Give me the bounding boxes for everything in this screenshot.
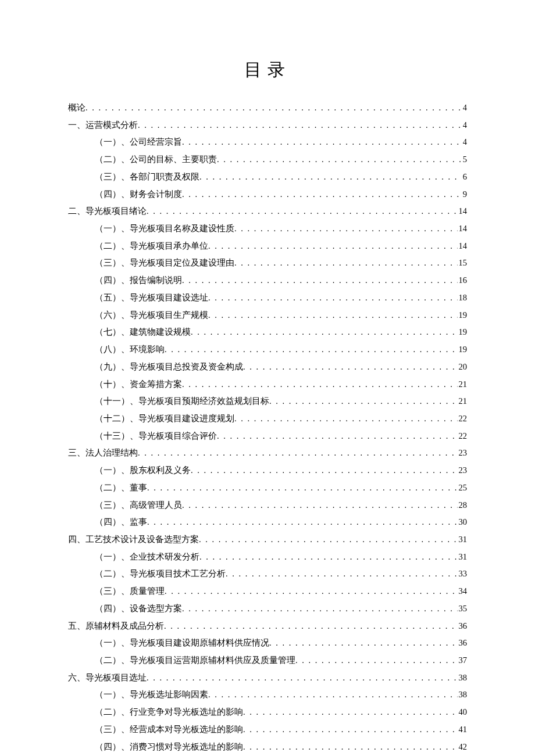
- toc-entry: （一）、导光板选址影响因素38: [68, 686, 467, 704]
- toc-entry-label: （三）、导光板项目定位及建设理由: [95, 255, 234, 272]
- toc-entry: （十三）、导光板项目综合评价22: [68, 428, 467, 445]
- toc-entry-page: 34: [458, 583, 468, 600]
- toc-entry: （四）、消费习惯对导光板选址的影响42: [68, 739, 467, 756]
- toc-entry: （二）、导光板项目承办单位14: [68, 238, 467, 255]
- toc-leader-dots: [165, 341, 458, 359]
- toc-entry-label: 四、工艺技术设计及设备选型方案: [68, 531, 199, 549]
- toc-entry-page: 36: [458, 635, 468, 652]
- toc-entry-label: （十一）、导光板项目预期经济效益规划目标: [95, 393, 269, 410]
- toc-entry-page: 19: [458, 324, 468, 341]
- toc-leader-dots: [85, 99, 462, 117]
- toc-entry: （八）、环境影响19: [68, 341, 467, 359]
- toc-entry-label: （十二）、导光板项目建设进度规划: [95, 410, 234, 428]
- toc-entry-label: （一）、企业技术研发分析: [95, 549, 199, 566]
- toc-entry-page: 42: [458, 739, 468, 756]
- toc-entry: （一）、导光板项目建设期原辅材料供应情况36: [68, 635, 467, 652]
- toc-leader-dots: [182, 272, 458, 289]
- toc-entry-label: （二）、导光板项目运营期原辅材料供应及质量管理: [95, 652, 295, 669]
- toc-leader-dots: [226, 565, 458, 583]
- toc-entry-page: 19: [458, 307, 468, 324]
- toc-entry-page: 36: [458, 618, 468, 635]
- toc-entry: （四）、报告编制说明16: [68, 272, 467, 289]
- toc-entry-label: （八）、环境影响: [95, 341, 165, 359]
- toc-leader-dots: [243, 739, 458, 756]
- toc-entry-label: （三）、各部门职责及权限: [95, 169, 199, 186]
- toc-entry-page: 35: [458, 600, 468, 618]
- toc-entry-page: 31: [458, 549, 468, 566]
- toc-entry-label: （二）、导光板项目承办单位: [95, 238, 208, 255]
- toc-entry: （五）、导光板项目建设选址18: [68, 289, 467, 307]
- toc-leader-dots: [182, 186, 462, 203]
- toc-entry-page: 19: [458, 341, 468, 359]
- toc-entry: （二）、导光板项目运营期原辅材料供应及质量管理37: [68, 652, 467, 669]
- toc-leader-dots: [182, 376, 458, 393]
- toc-entry: （十一）、导光板项目预期经济效益规划目标21: [68, 393, 467, 410]
- toc-entry-page: 38: [458, 686, 468, 704]
- toc-entry-page: 25: [458, 479, 468, 497]
- toc-leader-dots: [234, 410, 458, 428]
- toc-entry-page: 14: [458, 203, 468, 220]
- toc-entry: （四）、设备选型方案35: [68, 600, 467, 618]
- toc-entry-label: 六、导光板项目选址: [68, 669, 147, 687]
- toc-entry: （一）、股东权利及义务23: [68, 462, 467, 479]
- toc-leader-dots: [217, 151, 462, 169]
- toc-entry-page: 14: [458, 238, 468, 255]
- toc-entry-label: （三）、经营成本对导光板选址的影响: [95, 721, 243, 739]
- toc-entry-label: （二）、公司的目标、主要职责: [95, 151, 217, 169]
- toc-leader-dots: [208, 238, 458, 255]
- toc-entry-label: （一）、导光板选址影响因素: [95, 686, 208, 704]
- toc-entry-page: 5: [462, 151, 467, 169]
- toc-entry: （三）、各部门职责及权限6: [68, 169, 467, 186]
- toc-leader-dots: [208, 289, 458, 307]
- toc-leader-dots: [138, 445, 458, 462]
- toc-entry: 五、原辅材料及成品分析36: [68, 618, 467, 635]
- toc-entry: （四）、财务会计制度9: [68, 186, 467, 203]
- toc-leader-dots: [182, 600, 458, 618]
- toc-leader-dots: [138, 117, 462, 134]
- toc-entry-label: （四）、消费习惯对导光板选址的影响: [95, 739, 243, 756]
- toc-entry-label: （四）、设备选型方案: [95, 600, 182, 618]
- toc-entry-page: 15: [458, 255, 468, 272]
- toc-entry-page: 21: [458, 393, 468, 410]
- toc-leader-dots: [217, 428, 458, 445]
- toc-leader-dots: [243, 721, 458, 739]
- toc-leader-dots: [269, 635, 458, 652]
- toc-entry-page: 38: [458, 669, 468, 687]
- toc-entry-label: （一）、股东权利及义务: [95, 462, 191, 479]
- toc-entry-page: 21: [458, 376, 468, 393]
- toc-entry-label: （一）、导光板项目建设期原辅材料供应情况: [95, 635, 269, 652]
- toc-entry-label: （一）、导光板项目名称及建设性质: [95, 220, 234, 238]
- toc-leader-dots: [269, 393, 458, 410]
- toc-entry: （四）、监事30: [68, 514, 467, 531]
- toc-entry: 六、导光板项目选址38: [68, 669, 467, 687]
- toc-entry-label: （四）、监事: [95, 514, 147, 531]
- toc-leader-dots: [147, 669, 458, 687]
- toc-entry-page: 30: [458, 514, 468, 531]
- toc-entry-page: 16: [458, 272, 468, 289]
- toc-entry-page: 23: [458, 445, 468, 462]
- toc-entry: （一）、导光板项目名称及建设性质14: [68, 220, 467, 238]
- toc-leader-dots: [208, 686, 458, 704]
- toc-entry: （三）、经营成本对导光板选址的影响41: [68, 721, 467, 739]
- toc-entry-page: 33: [458, 565, 468, 583]
- toc-entry-page: 9: [462, 186, 467, 203]
- toc-entry-label: 概论: [68, 99, 85, 117]
- toc-leader-dots: [147, 203, 458, 220]
- toc-entry-label: （七）、建筑物建设规模: [95, 324, 191, 341]
- toc-entry-page: 37: [458, 652, 468, 669]
- toc-leader-dots: [191, 462, 458, 479]
- toc-entry: 一、运营模式分析4: [68, 117, 467, 134]
- toc-entry: （七）、建筑物建设规模19: [68, 324, 467, 341]
- toc-entry: 概论4: [68, 99, 467, 117]
- toc-leader-dots: [243, 704, 458, 721]
- toc-leader-dots: [199, 531, 458, 549]
- toc-leader-dots: [234, 255, 458, 272]
- toc-entry-label: （四）、报告编制说明: [95, 272, 182, 289]
- toc-entry-page: 14: [458, 220, 468, 238]
- toc-entry-label: （四）、财务会计制度: [95, 186, 182, 203]
- toc-leader-dots: [147, 479, 458, 497]
- toc-entry-page: 40: [458, 704, 468, 721]
- table-of-contents: 概论4一、运营模式分析4（一）、公司经营宗旨4（二）、公司的目标、主要职责5（三…: [68, 99, 467, 756]
- toc-entry: （三）、导光板项目定位及建设理由15: [68, 255, 467, 272]
- toc-entry: （二）、行业竞争对导光板选址的影响40: [68, 704, 467, 721]
